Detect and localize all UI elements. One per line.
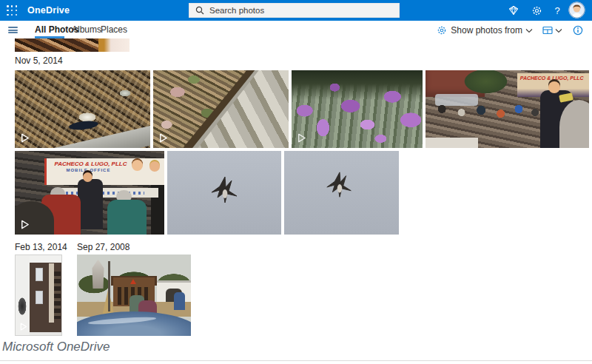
chevron-down-icon[interactable] — [525, 28, 533, 33]
search-icon — [195, 6, 204, 15]
date-group-header: Nov 5, 2014 — [15, 55, 63, 66]
settings-gear-icon[interactable] — [530, 4, 543, 16]
photo-thumbnail-video-sidewalk[interactable] — [153, 70, 289, 148]
banner-text: PACHECO & LUGO, PLLC — [520, 75, 589, 81]
date-group-header: Sep 27, 2008 — [77, 242, 130, 252]
photo-thumbnail-video-banner-crowd[interactable]: PACHECO & LUGO, PLLC MOBILE OFFICE — [15, 151, 164, 235]
video-play-icon — [19, 132, 30, 144]
show-photos-from-label[interactable]: Show photos from — [451, 25, 522, 36]
premium-diamond-icon[interactable] — [507, 4, 520, 16]
photo-thumbnail-osprey-2[interactable] — [284, 151, 399, 235]
app-title[interactable]: OneDrive — [27, 5, 70, 16]
avatar[interactable] — [568, 1, 585, 18]
divider — [0, 360, 592, 361]
bird-silhouette — [207, 175, 243, 207]
photo-thumbnail-street-fair[interactable]: PACHECO & LUGO, PLLC — [426, 70, 589, 148]
onedrive-photos-page: OneDrive ? — [0, 0, 592, 364]
filter-gear-icon[interactable] — [437, 25, 447, 36]
photo-thumbnail-partial[interactable] — [15, 38, 130, 52]
app-header: OneDrive ? — [0, 0, 592, 21]
banner-text: PACHECO & LUGO, PLLC — [54, 161, 164, 167]
tab-albums[interactable]: Albums — [72, 24, 101, 35]
help-icon[interactable]: ? — [551, 4, 564, 16]
tab-places[interactable]: Places — [101, 24, 127, 35]
video-play-icon — [18, 322, 28, 331]
layout-grid-icon[interactable] — [542, 26, 553, 35]
video-play-icon — [296, 132, 307, 144]
photo-thumbnail-video-flowers[interactable] — [292, 70, 423, 148]
bird-silhouette — [323, 170, 357, 201]
figure-caption: Microsoft OneDrive — [2, 340, 110, 354]
photo-thumbnail-fall-fair[interactable] — [77, 255, 191, 336]
app-launcher-icon[interactable] — [7, 5, 18, 16]
search-box[interactable] — [189, 3, 400, 18]
info-icon[interactable] — [573, 25, 583, 36]
chevron-down-icon[interactable] — [555, 28, 562, 33]
photo-thumbnail-video-snow-house[interactable] — [15, 255, 62, 336]
hamburger-menu-icon[interactable] — [8, 27, 18, 33]
photos-toolbar: All Photos Albums Places Show photos fro… — [0, 21, 592, 38]
search-input[interactable] — [209, 6, 380, 15]
video-play-icon — [19, 219, 30, 230]
video-play-icon — [158, 132, 169, 144]
date-group-header: Feb 13, 2014 — [15, 242, 67, 252]
photo-thumbnail-video-leaves[interactable] — [15, 70, 150, 148]
photo-thumbnail-osprey-1[interactable] — [167, 151, 281, 235]
